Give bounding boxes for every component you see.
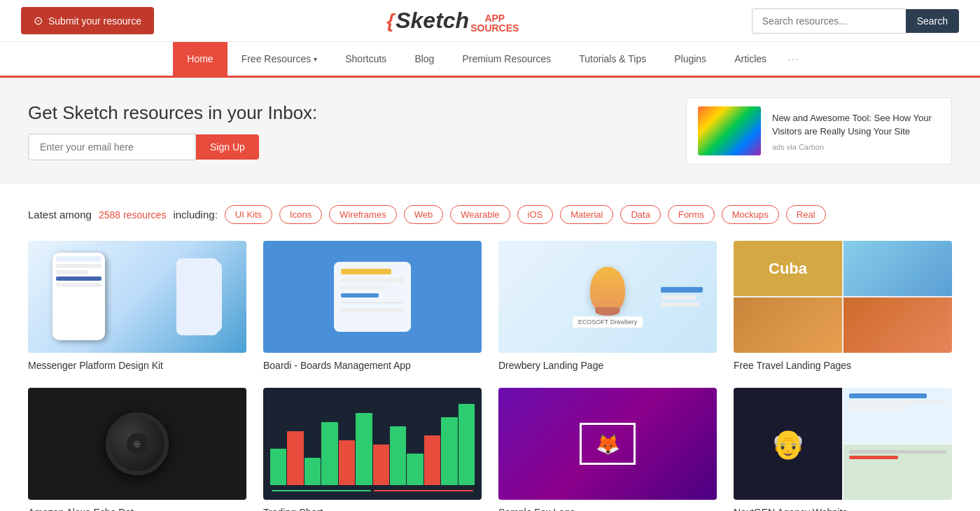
bar-2 — [287, 431, 303, 485]
search-area: Search — [752, 8, 959, 34]
logo-brace-left: { — [386, 10, 394, 32]
card-image-nextgen: 👴 — [734, 388, 952, 500]
logo: { Sketch APP SOURCES — [386, 8, 519, 34]
site-header: ⊙ Submit your resource { Sketch APP SOUR… — [0, 0, 980, 42]
filter-tag-web[interactable]: Web — [404, 205, 444, 224]
card-image-cuba: Cuba — [734, 241, 952, 353]
filter-including: including: — [173, 209, 217, 220]
filter-tag-real[interactable]: Real — [786, 205, 826, 224]
card-image-animal: 🦊 — [498, 388, 717, 500]
search-input[interactable] — [752, 8, 906, 34]
bar-10 — [424, 435, 440, 485]
card-alexa[interactable]: ⊕ Amazon Alexa Echo Dot — [28, 388, 246, 511]
logo-app-text: APP — [470, 13, 519, 23]
dropdown-arrow-icon: ▾ — [314, 55, 317, 63]
ad-content: New and Awesome Tool: See How Your Visit… — [772, 111, 940, 151]
ad-via: ads via Carbon — [772, 143, 940, 151]
ad-text: New and Awesome Tool: See How Your Visit… — [772, 111, 940, 139]
nextgen-left: 👴 — [734, 388, 842, 500]
nav-item-tutorials[interactable]: Tutorials & Tips — [565, 42, 660, 78]
card-nextgen[interactable]: 👴 NextGEN Agency Website — [734, 388, 952, 511]
main-nav: Home Free Resources ▾ Shortcuts Blog Pre… — [0, 42, 980, 78]
card-trading[interactable]: Trading Chart — [263, 388, 482, 511]
animal-logo: 🦊 — [596, 433, 620, 456]
bar-1 — [270, 449, 286, 485]
search-button[interactable]: Search — [906, 9, 959, 33]
resources-count: 2588 resources — [99, 209, 167, 220]
nav-more-dots[interactable]: ··· — [780, 42, 807, 76]
cuba-tile-2 — [844, 241, 952, 296]
nav-item-free-resources[interactable]: Free Resources ▾ — [227, 42, 332, 78]
filter-tag-icons[interactable]: Icons — [279, 205, 322, 224]
resources-section: Latest among 2588 resources including: U… — [0, 184, 980, 511]
card-title-cuba: Free Travel Landing Pages — [734, 360, 952, 371]
card-title-drewbery: Drewbery Landing Page — [498, 360, 717, 371]
signup-button[interactable]: Sign Up — [196, 134, 259, 160]
nav-item-home[interactable]: Home — [173, 42, 227, 78]
bar-11 — [441, 417, 457, 485]
alexa-center: ⊕ — [127, 433, 148, 454]
banner-ad[interactable]: New and Awesome Tool: See How Your Visit… — [686, 97, 952, 164]
card-image-drewbery: ECOSOFT Drewbery — [498, 241, 717, 353]
card-drewbery[interactable]: ECOSOFT Drewbery Drewbery Landing Page — [498, 241, 717, 371]
nav-item-blog[interactable]: Blog — [400, 42, 448, 78]
nextgen-right — [844, 388, 952, 500]
bar-9 — [407, 454, 423, 485]
nav-item-articles[interactable]: Articles — [720, 42, 780, 78]
nextgen-top — [844, 388, 952, 443]
bar-3 — [304, 458, 321, 485]
bar-8 — [390, 426, 406, 485]
bar-6 — [356, 413, 372, 485]
card-title-trading: Trading Chart — [263, 507, 482, 511]
card-boardi[interactable]: Boardi - Boards Management App — [263, 241, 482, 371]
nav-item-premium-resources[interactable]: Premium Resources — [448, 42, 565, 78]
email-input[interactable] — [28, 134, 196, 160]
filter-tag-mockups[interactable]: Mockups — [722, 205, 779, 224]
card-image-alexa: ⊕ — [28, 388, 246, 500]
microphone-icon: ⊕ — [133, 438, 141, 449]
card-title-alexa: Amazon Alexa Echo Dot — [28, 507, 246, 511]
card-title-boardi: Boardi - Boards Management App — [263, 360, 482, 371]
target-icon: ⊙ — [34, 14, 43, 27]
filter-tag-wireframes[interactable]: Wireframes — [329, 205, 396, 224]
card-cuba[interactable]: Cuba Free Travel Landing Pages — [734, 241, 952, 371]
search-button-label: Search — [917, 15, 948, 27]
bar-7 — [373, 444, 389, 485]
card-image-trading — [263, 388, 482, 500]
cuba-tile-3 — [734, 298, 842, 353]
cuba-tile-4 — [844, 298, 952, 353]
banner-left: Get Sketch resources in your Inbox: Sign… — [28, 102, 317, 160]
filter-tag-forms[interactable]: Forms — [668, 205, 715, 224]
logo-sketch-text: Sketch — [396, 8, 469, 34]
nav-item-shortcuts[interactable]: Shortcuts — [331, 42, 400, 78]
cards-grid-row1: Messenger Platform Design Kit Boardi - B… — [28, 241, 952, 371]
alexa-dot: ⊕ — [106, 412, 169, 475]
filter-tag-wearable[interactable]: Wearable — [450, 205, 510, 224]
filter-tag-material[interactable]: Material — [560, 205, 613, 224]
banner-title: Get Sketch resources in your Inbox: — [28, 102, 317, 124]
submit-label: Submit your resource — [48, 15, 141, 27]
filter-tag-ios[interactable]: iOS — [517, 205, 554, 224]
card-messenger[interactable]: Messenger Platform Design Kit — [28, 241, 246, 371]
ad-image — [698, 106, 761, 155]
filter-tag-uikits[interactable]: UI Kits — [225, 205, 272, 224]
card-image-boardi — [263, 241, 482, 353]
filter-intro: Latest among — [28, 209, 92, 220]
signup-label: Sign Up — [210, 141, 245, 153]
card-image-messenger — [28, 241, 246, 353]
card-title-nextgen: NextGEN Agency Website — [734, 507, 952, 511]
filter-tag-data[interactable]: Data — [620, 205, 660, 224]
bar-4 — [321, 422, 337, 485]
nav-item-plugins[interactable]: Plugins — [660, 42, 720, 78]
bar-12 — [458, 404, 475, 485]
cards-grid-row2: ⊕ Amazon Alexa Echo Dot — [28, 388, 952, 511]
filter-row: Latest among 2588 resources including: U… — [28, 205, 952, 224]
card-title-animal: Sample Fox Logo — [498, 507, 717, 511]
cuba-tile-1: Cuba — [734, 241, 842, 296]
newsletter-banner: Get Sketch resources in your Inbox: Sign… — [0, 78, 980, 184]
submit-resource-button[interactable]: ⊙ Submit your resource — [21, 7, 154, 34]
card-animal[interactable]: 🦊 Sample Fox Logo — [498, 388, 717, 511]
animal-box: 🦊 — [580, 423, 636, 465]
card-title-messenger: Messenger Platform Design Kit — [28, 360, 246, 371]
bar-5 — [339, 440, 355, 486]
